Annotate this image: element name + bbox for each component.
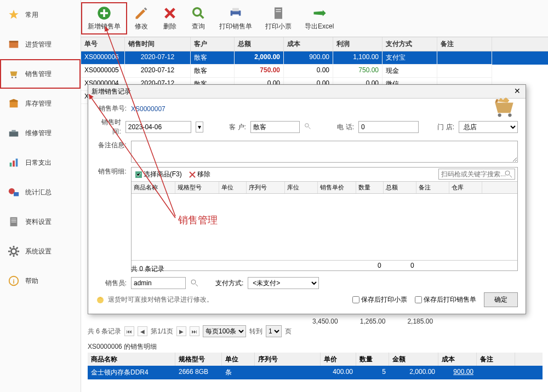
export-button[interactable]: 导出Excel: [298, 2, 340, 34]
cell: 2020-07-12: [125, 65, 191, 78]
star-icon: [8, 9, 20, 21]
record-count: 共 0 条记录: [96, 264, 518, 274]
product-search-icon[interactable]: [504, 170, 513, 178]
svg-point-32: [191, 280, 196, 284]
next-page-button[interactable]: ▶: [176, 326, 186, 336]
svg-point-29: [305, 124, 309, 128]
detail-title: XS0000006 的销售明细: [88, 342, 157, 351]
sidebar: 常用 进货管理 销售管理 库存管理 维修管理 日常支出 统计汇总 资料设置 系统…: [0, 0, 81, 392]
svg-point-31: [505, 171, 510, 175]
label: 门 店:: [436, 123, 454, 132]
print-button[interactable]: 打印销售单: [213, 2, 259, 34]
sale-time-input[interactable]: [125, 121, 191, 133]
edit-button[interactable]: 修改: [127, 2, 156, 34]
box-icon: [8, 38, 20, 50]
cell: XS0000006: [81, 51, 125, 65]
first-page-button[interactable]: ⏮: [124, 326, 134, 336]
select-product-button[interactable]: 选择商品(F3): [133, 169, 184, 180]
btn-label: 导出Excel: [305, 22, 334, 31]
sidebar-item-stock[interactable]: 库存管理: [0, 89, 81, 118]
customer-input[interactable]: [250, 121, 300, 133]
sidebar-item-help[interactable]: i帮助: [0, 266, 81, 296]
query-button[interactable]: 查询: [184, 2, 213, 34]
cell: XS0000005: [81, 65, 125, 78]
svg-rect-9: [16, 159, 18, 167]
label: 电 话:: [329, 123, 354, 132]
export-icon: [312, 5, 327, 21]
label: 销售时间:: [96, 118, 121, 136]
goto-select[interactable]: 1: [266, 325, 282, 337]
col: 销售时间: [125, 37, 191, 51]
detail-header: 商品名称规格型号单位序列号库位销售单价数量总额备注仓库: [132, 182, 517, 194]
sidebar-label: 维修管理: [25, 129, 52, 138]
print-sale-checkbox[interactable]: 保存后打印销售单: [415, 295, 476, 304]
sidebar-item-common[interactable]: 常用: [0, 0, 81, 30]
svg-rect-25: [276, 9, 281, 10]
cell: 1,100.00: [333, 51, 383, 65]
delete-button[interactable]: 删除: [156, 2, 184, 34]
btn-label: 打印小票: [265, 22, 292, 31]
print-receipt-button[interactable]: 打印小票: [259, 2, 298, 34]
last-page-button[interactable]: ⏭: [190, 326, 199, 336]
product-search-input[interactable]: [438, 169, 515, 180]
cell: 750.00: [235, 65, 284, 78]
dialog-bottom: 共 0 条记录 销售员: 支付方式: <未支付> 退货时可直接对销售记录进行修改…: [96, 264, 518, 310]
customer-search-icon[interactable]: [304, 123, 311, 131]
svg-rect-23: [232, 14, 239, 18]
table-row[interactable]: XS00000052020-07-12散客750.000.00750.00现金: [81, 65, 548, 78]
svg-point-2: [12, 77, 13, 78]
sidebar-label: 资料设置: [25, 217, 52, 227]
perpage-select[interactable]: 每页100条: [203, 325, 246, 337]
goto-suffix: 页: [285, 327, 292, 336]
pencil-icon: [134, 5, 149, 21]
sidebar-item-sales[interactable]: 销售管理: [0, 59, 81, 89]
dialog-title: 新增销售记录: [92, 87, 131, 96]
stats-icon: [8, 186, 20, 198]
store-select[interactable]: 总店: [459, 121, 518, 133]
label: 销售员:: [96, 279, 127, 288]
notes-textarea[interactable]: [131, 141, 518, 163]
cart-large-icon: [490, 97, 518, 117]
calendar-button[interactable]: ▾: [196, 122, 203, 132]
hint: 退货时可直接对销售记录进行修改。: [96, 295, 213, 304]
table-row[interactable]: XS00000062020-07-12散客2,000.00900.001,100…: [81, 51, 548, 65]
detail-grid-header: 商品名称规格型号单位序列号单价数量金额成本备注: [88, 353, 543, 367]
svg-rect-13: [11, 219, 16, 220]
svg-text:i: i: [13, 278, 14, 285]
svg-rect-11: [14, 192, 19, 196]
seller-search-icon[interactable]: [190, 279, 199, 287]
remove-product-button[interactable]: 移除: [186, 169, 213, 180]
ok-button[interactable]: 确定: [484, 292, 518, 307]
btn-label: 打印销售单: [219, 22, 252, 31]
phone-input[interactable]: [358, 121, 419, 133]
label: 支付方式:: [215, 279, 243, 288]
sidebar-item-stats[interactable]: 统计汇总: [0, 177, 81, 207]
pager-total: 共 6 条记录: [88, 327, 121, 336]
close-button[interactable]: ✕: [512, 87, 522, 96]
btn-label: 新增销售单: [88, 22, 121, 31]
sidebar-item-system[interactable]: 系统设置: [0, 237, 81, 266]
svg-point-27: [498, 113, 501, 117]
sidebar-item-repair[interactable]: 维修管理: [0, 118, 81, 148]
cell: 支付宝: [383, 51, 437, 65]
grid-header: 单号销售时间客户总额成本利润支付方式备注: [81, 37, 548, 51]
prev-page-button[interactable]: ◀: [138, 326, 147, 336]
sidebar-item-data[interactable]: 资料设置: [0, 207, 81, 237]
detail-grid-row[interactable]: 金士顿内存条DDR42666 8GB条400.0052,000.00900.00: [88, 366, 543, 379]
print-receipt-checkbox[interactable]: 保存后打印小票: [352, 295, 407, 304]
col: 总额: [235, 37, 284, 51]
cell: [437, 65, 492, 78]
sidebar-label: 销售管理: [25, 70, 52, 79]
sidebar-label: 统计汇总: [25, 188, 52, 197]
sidebar-item-expense[interactable]: 日常支出: [0, 148, 81, 177]
svg-rect-7: [10, 163, 12, 166]
label: 备注信息:: [96, 141, 127, 150]
sidebar-item-purchase[interactable]: 进货管理: [0, 30, 81, 59]
btn-label: 修改: [135, 22, 148, 31]
seller-input[interactable]: [131, 277, 186, 289]
new-sale-button[interactable]: 新增销售单: [81, 2, 127, 34]
paytype-select[interactable]: <未支付>: [248, 277, 319, 289]
col: 备注: [437, 37, 492, 51]
label: 销售单号:: [96, 104, 127, 113]
cell: 2,185.00: [407, 318, 433, 325]
